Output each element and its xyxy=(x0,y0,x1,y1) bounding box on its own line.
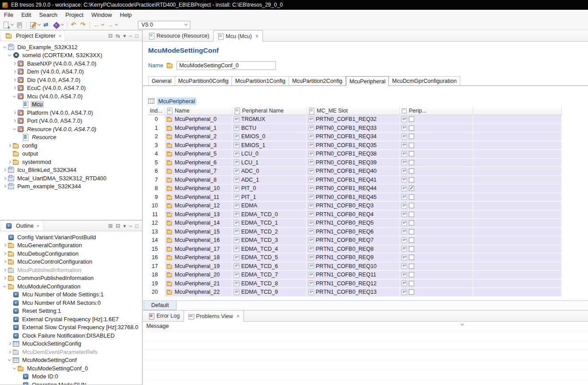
cell-peripheral-name[interactable]: PIT_0 xyxy=(232,184,307,193)
minimize-icon[interactable]: – xyxy=(129,223,132,229)
table-row[interactable]: 14McuPeripheral_16EDMA_TCD_3PRTN1_COFB0_… xyxy=(148,236,562,245)
tab-problems-view[interactable]: Problems View× xyxy=(184,310,244,322)
cell-peripheral-name[interactable]: EDMA_TCD_3 xyxy=(232,236,307,245)
table-row[interactable]: 5McuPeripheral_6LCU_1PRTN0_COFB1_REQ39 xyxy=(148,159,562,167)
project-item-someid-cortexm-s32k3xx[interactable]: someId (CORTEXM, S32K3XX) xyxy=(0,51,142,60)
view-menu-icon[interactable]: ▾ xyxy=(123,33,126,39)
cell-mcme-slot[interactable]: PRTN0_COFB1_REQ33 xyxy=(307,124,400,133)
minimize-icon[interactable]: – xyxy=(129,33,132,39)
chevron-down-icon[interactable] xyxy=(114,23,118,27)
outline-item-external-crystal-frequency-hz-1-6e7[interactable]: External Crystal Frequency [Hz]:1.6E7 xyxy=(0,315,142,323)
cell-peripheral-enable[interactable] xyxy=(400,271,473,280)
undo-button[interactable] xyxy=(69,20,78,29)
peripheral-enable-checkbox[interactable] xyxy=(409,143,414,148)
config-tab-mcupartition0config[interactable]: McuPartition0Config xyxy=(175,76,232,86)
peripheral-enable-checkbox[interactable] xyxy=(409,160,414,165)
cell-peripheral-enable[interactable] xyxy=(400,245,473,254)
back-button[interactable] xyxy=(92,20,106,29)
maximize-icon[interactable]: □ xyxy=(135,223,138,229)
cell-mcme-slot[interactable]: PRTN1_COFB0_REQ5 xyxy=(307,219,400,228)
config-tab-mcupartition2config[interactable]: McuPartition2Config xyxy=(289,76,346,86)
chevron-collapsed-icon[interactable] xyxy=(7,161,12,163)
cell-peripheral-enable[interactable] xyxy=(400,159,473,167)
table-row[interactable]: 1McuPeripheral_1BCTUPRTN0_COFB1_REQ33 xyxy=(148,124,562,133)
table-row[interactable]: 12McuPeripheral_14EDMA_TCD_1PRTN1_COFB0_… xyxy=(148,219,562,228)
chevron-expanded-icon[interactable] xyxy=(12,96,17,97)
menu-file[interactable]: File xyxy=(0,11,17,19)
config-tab-mcuperipheral[interactable]: McuPeripheral xyxy=(346,76,389,86)
peripheral-enable-checkbox[interactable] xyxy=(409,134,414,139)
cell-peripheral-name[interactable]: EMIOS_0 xyxy=(232,132,307,141)
name-input[interactable] xyxy=(176,61,276,70)
project-item-icu-blinkled-s32k344[interactable]: Icu_BlinkLed_S32K344 xyxy=(0,166,142,175)
outline-item-external-slow-crystal-frequency-hz-32768-0[interactable]: External Slow Crystal Frequency [Hz]:327… xyxy=(0,323,142,332)
cell-peripheral-enable[interactable] xyxy=(400,219,473,228)
column-header-mc-me-slot[interactable]: MC_ME Slot xyxy=(307,107,400,115)
project-item-dio-v4-0-0-as4-7-0[interactable]: Dio (V4.0.0, AS4.7.0) xyxy=(0,76,142,84)
cell-mcme-slot[interactable]: PRTN0_COFB1_REQ35 xyxy=(307,141,400,150)
peripheral-enable-checkbox[interactable] xyxy=(409,229,414,234)
chevron-down-icon[interactable] xyxy=(100,23,105,27)
table-row[interactable]: 16McuPeripheral_18EDMA_TCD_5PRTN1_COFB0_… xyxy=(148,253,562,262)
chevron-collapsed-icon[interactable] xyxy=(7,351,12,353)
table-row[interactable]: 17McuPeripheral_19EDMA_TCD_6PRTN1_COFB0_… xyxy=(148,262,562,271)
outline-item-mcuclocksettingconfig[interactable]: McuClockSettingConfig xyxy=(0,340,142,348)
cell-mcme-slot[interactable]: PRTN0_COFB1_REQ41 xyxy=(307,176,400,185)
table-row[interactable]: 13McuPeripheral_15EDMA_TCD_2PRTN1_COFB0_… xyxy=(148,228,562,237)
cell-name[interactable]: McuPeripheral_15 xyxy=(165,228,232,237)
cell-name[interactable]: McuPeripheral_16 xyxy=(165,236,232,245)
cell-mcme-slot[interactable]: PRTN0_COFB1_REQ45 xyxy=(307,193,400,202)
cell-peripheral-enable[interactable] xyxy=(400,124,473,133)
peripheral-enable-checkbox[interactable] xyxy=(409,220,414,226)
cell-name[interactable]: McuPeripheral_5 xyxy=(165,150,232,159)
cell-mcme-slot[interactable]: PRTN1_COFB0_REQ9 xyxy=(307,253,400,262)
config-tab-general[interactable]: General xyxy=(148,76,175,86)
forward-button[interactable] xyxy=(106,20,119,29)
cell-peripheral-name[interactable]: EDMA_TCD_2 xyxy=(232,228,307,237)
cell-peripheral-name[interactable]: LCU_0 xyxy=(232,150,307,159)
chevron-collapsed-icon[interactable] xyxy=(12,79,17,81)
chevron-collapsed-icon[interactable] xyxy=(12,62,17,65)
tab-default[interactable]: Default xyxy=(144,301,176,310)
chevron-collapsed-icon[interactable] xyxy=(2,277,8,279)
config-tab-mcupartition1config[interactable]: McuPartition1Config xyxy=(232,76,289,86)
cell-peripheral-name[interactable]: PIT_1 xyxy=(232,193,307,202)
table-row[interactable]: 10McuPeripheral_12EDMAPRTN1_COFB0_REQ3 xyxy=(148,202,562,210)
column-header-perip[interactable]: Perip... xyxy=(400,107,473,115)
outline-item-mcumodesettingconf-0[interactable]: McuModeSettingConf_0 xyxy=(0,364,142,373)
config-tab-mcudcmgprconfiguration[interactable]: McuDcmGprConfiguration xyxy=(389,76,460,86)
chevron-collapsed-icon[interactable] xyxy=(2,269,8,271)
peripheral-enable-checkbox[interactable] xyxy=(409,177,414,183)
cell-peripheral-enable[interactable] xyxy=(400,288,473,297)
cell-name[interactable]: McuPeripheral_22 xyxy=(165,288,232,297)
outline-item-commonpublishedinformation[interactable]: CommonPublishedInformation xyxy=(0,274,142,283)
cell-peripheral-name[interactable]: EDMA_TCD_9 xyxy=(232,288,307,297)
project-item-ecuc-v4-0-0-as4-7-0[interactable]: EcuC (V4.0.0, AS4.7.0) xyxy=(0,84,142,93)
chevron-collapsed-icon[interactable] xyxy=(7,144,12,147)
cell-peripheral-enable[interactable] xyxy=(400,228,473,237)
peripheral-enable-checkbox[interactable] xyxy=(409,237,414,243)
project-item-output[interactable]: output xyxy=(0,150,142,158)
cell-name[interactable]: McuPeripheral_6 xyxy=(165,159,232,167)
cell-name[interactable]: McuPeripheral_1 xyxy=(165,124,232,133)
peripheral-enable-checkbox[interactable] xyxy=(409,194,414,200)
cell-peripheral-name[interactable]: ADC_1 xyxy=(232,176,307,185)
cell-peripheral-name[interactable]: EDMA xyxy=(232,202,307,210)
code-generator-button[interactable] xyxy=(51,20,65,29)
peripheral-enable-checkbox[interactable] xyxy=(409,264,414,269)
cell-peripheral-enable[interactable] xyxy=(400,280,473,288)
chevron-down-icon[interactable] xyxy=(460,323,464,327)
cell-peripheral-enable[interactable] xyxy=(400,236,473,245)
outline-item-operating-mode-run[interactable]: Operating Mode:RUN xyxy=(0,381,142,385)
table-row[interactable]: 18McuPeripheral_20EDMA_TCD_7PRTN1_COFB0_… xyxy=(148,271,562,280)
project-item-platform-v4-0-0-as4-7-0[interactable]: Platform (V4.0.0, AS4.7.0) xyxy=(0,109,142,117)
project-item-config[interactable]: config xyxy=(0,141,142,150)
cell-mcme-slot[interactable]: PRTN0_COFB1_REQ40 xyxy=(307,167,400,176)
project-item-mcu-v4-0-0-as4-7-0[interactable]: Mcu (V4.0.0, AS4.7.0) xyxy=(0,92,142,101)
chevron-collapsed-icon[interactable] xyxy=(12,120,17,122)
peripheral-enable-checkbox[interactable] xyxy=(409,125,414,131)
cell-peripheral-name[interactable]: EDMA_TCD_1 xyxy=(232,219,307,228)
chevron-collapsed-icon[interactable] xyxy=(2,169,8,171)
chevron-expanded-icon[interactable] xyxy=(2,47,8,48)
project-item-systemmod[interactable]: systemmod xyxy=(0,158,142,166)
